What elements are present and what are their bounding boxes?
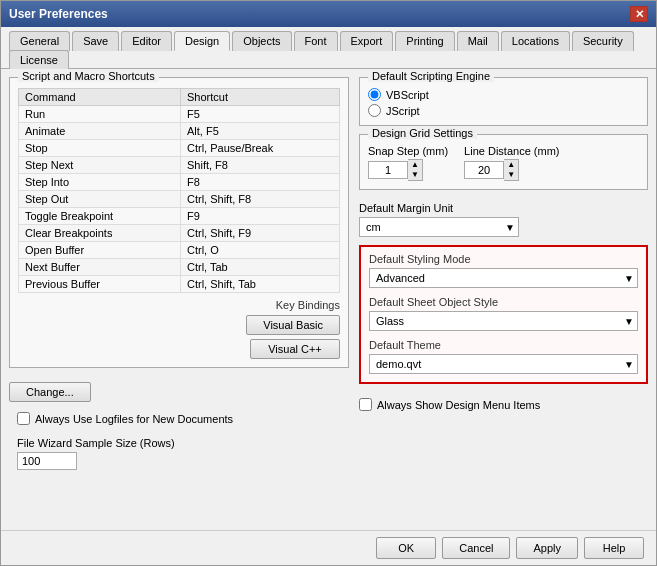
scripting-engine-group: Default Scripting Engine VBScript JScrip… [359,77,648,126]
margin-unit-select[interactable]: cm mm inch [359,217,519,237]
row-command: Step Into [19,174,181,191]
row-shortcut: Ctrl, Pause/Break [180,140,339,157]
title-bar: User Preferences ✕ [1,1,656,27]
always-show-design-row: Always Show Design Menu Items [359,398,648,411]
default-theme-label: Default Theme [369,339,638,351]
col-command: Command [19,89,181,106]
jscript-option: JScript [368,104,639,117]
margin-unit-section: Default Margin Unit cm mm inch ▼ [359,202,648,237]
row-shortcut: Alt, F5 [180,123,339,140]
row-command: Toggle Breakpoint [19,208,181,225]
shortcuts-group: Script and Macro Shortcuts Command Short… [9,77,349,368]
table-row: Clear Breakpoints Ctrl, Shift, F9 [19,225,340,242]
shortcuts-group-title: Script and Macro Shortcuts [18,70,159,82]
table-row: Open Buffer Ctrl, O [19,242,340,259]
row-shortcut: Ctrl, Shift, F8 [180,191,339,208]
always-use-logfiles-row: Always Use Logfiles for New Documents [9,410,349,427]
row-shortcut: F8 [180,174,339,191]
tab-mail[interactable]: Mail [457,31,499,51]
jscript-label: JScript [386,105,420,117]
always-use-logfiles-label: Always Use Logfiles for New Documents [35,413,233,425]
row-command: Step Out [19,191,181,208]
margin-unit-label: Default Margin Unit [359,202,648,214]
snap-step-spinner: ▲ ▼ [368,159,448,181]
tab-license[interactable]: License [9,50,69,69]
snap-step-spinner-buttons: ▲ ▼ [408,159,423,181]
always-show-design-checkbox[interactable] [359,398,372,411]
line-distance-down-button[interactable]: ▼ [504,170,518,180]
line-distance-spinner: ▲ ▼ [464,159,559,181]
grid-settings-fields: Snap Step (mm) ▲ ▼ Line Distance (mm) [368,145,639,181]
row-shortcut: F5 [180,106,339,123]
main-window: User Preferences ✕ General Save Editor D… [0,0,657,566]
row-command: Clear Breakpoints [19,225,181,242]
ok-button[interactable]: OK [376,537,436,559]
tab-font[interactable]: Font [294,31,338,51]
grid-settings-title: Design Grid Settings [368,127,477,139]
row-command: Run [19,106,181,123]
scripting-engine-radio-group: VBScript JScript [368,88,639,117]
tab-editor[interactable]: Editor [121,31,172,51]
apply-button[interactable]: Apply [516,537,578,559]
table-row: Animate Alt, F5 [19,123,340,140]
file-wizard-input[interactable] [17,452,77,470]
visual-cpp-button[interactable]: Visual C++ [250,339,340,359]
visual-basic-button[interactable]: Visual Basic [246,315,340,335]
tabs-bar: General Save Editor Design Objects Font … [1,27,656,69]
line-distance-up-button[interactable]: ▲ [504,160,518,170]
col-shortcut: Shortcut [180,89,339,106]
change-button[interactable]: Change... [9,382,91,402]
help-button[interactable]: Help [584,537,644,559]
file-wizard-label: File Wizard Sample Size (Rows) [17,437,341,449]
always-show-design-label: Always Show Design Menu Items [377,399,540,411]
key-bindings-area: Key Bindings Visual Basic Visual C++ [18,299,340,359]
tab-general[interactable]: General [9,31,70,51]
tab-save[interactable]: Save [72,31,119,51]
default-styling-select[interactable]: Advanced Simple [369,268,638,288]
line-distance-label: Line Distance (mm) [464,145,559,157]
row-shortcut: Ctrl, Shift, Tab [180,276,339,293]
vbscript-label: VBScript [386,89,429,101]
row-shortcut: Ctrl, Tab [180,259,339,276]
default-theme-select[interactable]: demo.qvt default.qvt [369,354,638,374]
row-command: Animate [19,123,181,140]
tab-security[interactable]: Security [572,31,634,51]
sheet-object-style-select[interactable]: Glass Basic Softblend [369,311,638,331]
row-command: Next Buffer [19,259,181,276]
table-row: Step Into F8 [19,174,340,191]
close-button[interactable]: ✕ [630,6,648,22]
table-row: Step Out Ctrl, Shift, F8 [19,191,340,208]
table-row: Toggle Breakpoint F9 [19,208,340,225]
change-button-area: Change... [9,382,349,402]
tab-export[interactable]: Export [340,31,394,51]
row-command: Stop [19,140,181,157]
snap-step-down-button[interactable]: ▼ [408,170,422,180]
tab-objects[interactable]: Objects [232,31,291,51]
table-row: Next Buffer Ctrl, Tab [19,259,340,276]
always-use-logfiles-checkbox[interactable] [17,412,30,425]
row-shortcut: Shift, F8 [180,157,339,174]
cancel-button[interactable]: Cancel [442,537,510,559]
jscript-radio[interactable] [368,104,381,117]
row-shortcut: F9 [180,208,339,225]
vbscript-option: VBScript [368,88,639,101]
table-row: Run F5 [19,106,340,123]
vbscript-radio[interactable] [368,88,381,101]
tab-printing[interactable]: Printing [395,31,454,51]
snap-step-field: Snap Step (mm) ▲ ▼ [368,145,448,181]
tab-locations[interactable]: Locations [501,31,570,51]
file-wizard-row: File Wizard Sample Size (Rows) [9,435,349,472]
snap-step-up-button[interactable]: ▲ [408,160,422,170]
default-styling-select-wrap: Advanced Simple ▼ [369,268,638,288]
default-theme-select-wrap: demo.qvt default.qvt ▼ [369,354,638,374]
key-bindings-label: Key Bindings [276,299,340,311]
line-distance-spinner-buttons: ▲ ▼ [504,159,519,181]
window-title: User Preferences [9,7,108,21]
table-row: Step Next Shift, F8 [19,157,340,174]
tab-design[interactable]: Design [174,31,230,51]
table-row: Previous Buffer Ctrl, Shift, Tab [19,276,340,293]
snap-step-input[interactable] [368,161,408,179]
line-distance-input[interactable] [464,161,504,179]
left-panel: Script and Macro Shortcuts Command Short… [9,77,349,522]
content-area: Script and Macro Shortcuts Command Short… [1,69,656,530]
